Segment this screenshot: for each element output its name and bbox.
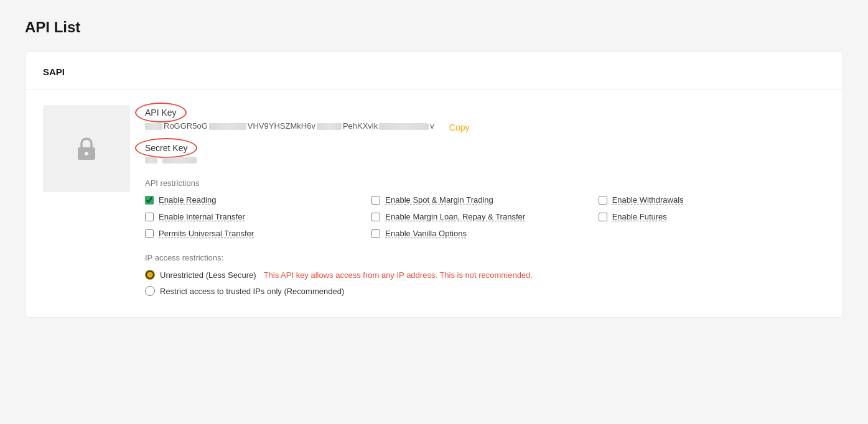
page-title: API List (25, 19, 843, 36)
checkbox-enable-vanilla-options: Enable Vanilla Options (371, 229, 598, 238)
checkbox-label-enable-withdrawals[interactable]: Enable Withdrawals (612, 195, 684, 205)
api-entry: API Key RoGGR5oG VHV9YHSZMkH6v (43, 105, 825, 302)
radio-label-restricted[interactable]: Restrict access to trusted IPs only (Rec… (160, 287, 344, 296)
api-card: SAPI API Key (25, 51, 843, 318)
api-key-value-row: RoGGR5oG VHV9YHSZMkH6v PehKXvik (145, 121, 825, 133)
checkbox-input-enable-withdrawals[interactable] (599, 196, 607, 205)
key-partial-1: RoGGR5oG (164, 121, 208, 131)
api-key-row: API Key RoGGR5oG VHV9YHSZMkH6v (145, 108, 825, 133)
checkbox-label-enable-margin-loan[interactable]: Enable Margin Loan, Repay & Transfer (385, 212, 525, 221)
radio-unrestricted: Unrestricted (Less Secure) This API key … (145, 270, 825, 280)
radio-label-unrestricted[interactable]: Unrestricted (Less Secure) (160, 270, 256, 280)
unrestricted-warning: This API key allows access from any IP a… (264, 270, 533, 280)
ip-restrictions-title: IP access restrictions: (145, 253, 825, 262)
section-label: SAPI (43, 67, 825, 77)
checkbox-enable-internal-transfer: Enable Internal Transfer (145, 212, 371, 221)
checkbox-input-enable-internal-transfer[interactable] (145, 213, 154, 221)
api-key-label-wrapper: API Key (145, 108, 177, 118)
checkbox-label-permits-universal-transfer[interactable]: Permits Universal Transfer (159, 229, 254, 238)
radio-restricted: Restrict access to trusted IPs only (Rec… (145, 286, 825, 296)
checkbox-enable-spot-margin: Enable Spot & Margin Trading (371, 195, 598, 205)
ip-restrictions-section: IP access restrictions: Unrestricted (Le… (145, 253, 825, 296)
api-key-label: API Key (145, 108, 177, 118)
key-partial-end: v (430, 121, 434, 131)
checkbox-input-enable-futures[interactable] (599, 213, 607, 221)
key-partial-3: PehKXvik (343, 121, 378, 131)
key-blur-4 (379, 121, 429, 131)
checkbox-enable-margin-loan: Enable Margin Loan, Repay & Transfer (371, 212, 598, 221)
radio-input-unrestricted[interactable] (145, 270, 155, 280)
key-blur-1 (145, 121, 162, 131)
api-key-display: RoGGR5oG VHV9YHSZMkH6v PehKXvik (145, 121, 434, 131)
key-blur-3 (317, 121, 342, 131)
api-details: API Key RoGGR5oG VHV9YHSZMkH6v (145, 105, 825, 302)
checkbox-enable-withdrawals: Enable Withdrawals (599, 195, 825, 205)
secret-key-masked (145, 157, 825, 164)
svg-point-1 (85, 152, 88, 155)
secret-key-label: Secret Key (145, 143, 187, 153)
lock-thumbnail (43, 105, 130, 192)
api-restrictions-section: API restrictions Enable Reading Enable S… (145, 178, 825, 238)
checkbox-label-enable-futures[interactable]: Enable Futures (612, 212, 667, 221)
radio-input-restricted[interactable] (145, 286, 155, 296)
lock-icon (72, 134, 101, 164)
key-blur-2 (209, 121, 246, 131)
checkbox-permits-universal-transfer: Permits Universal Transfer (145, 229, 371, 238)
checkbox-label-enable-spot-margin[interactable]: Enable Spot & Margin Trading (385, 195, 493, 205)
checkbox-input-enable-reading[interactable] (145, 196, 154, 205)
restrictions-title: API restrictions (145, 178, 825, 188)
checkboxes-grid: Enable Reading Enable Spot & Margin Trad… (145, 195, 825, 238)
checkbox-label-enable-internal-transfer[interactable]: Enable Internal Transfer (159, 212, 245, 221)
checkbox-enable-futures: Enable Futures (599, 212, 825, 221)
checkbox-enable-reading: Enable Reading (145, 195, 371, 205)
secret-key-label-wrapper: Secret Key (145, 143, 187, 153)
checkbox-input-enable-vanilla-options[interactable] (371, 229, 380, 238)
empty-cell (599, 229, 825, 238)
checkbox-label-enable-reading[interactable]: Enable Reading (159, 195, 217, 205)
checkbox-input-enable-margin-loan[interactable] (371, 213, 380, 221)
checkbox-label-enable-vanilla-options[interactable]: Enable Vanilla Options (385, 229, 467, 238)
checkbox-input-enable-spot-margin[interactable] (371, 196, 380, 205)
copy-button[interactable]: Copy (449, 122, 470, 132)
divider (26, 90, 842, 90)
secret-key-row: Secret Key (145, 143, 825, 164)
key-partial-2: VHV9YHSZMkH6v (248, 121, 315, 131)
checkbox-input-permits-universal-transfer[interactable] (145, 229, 154, 238)
